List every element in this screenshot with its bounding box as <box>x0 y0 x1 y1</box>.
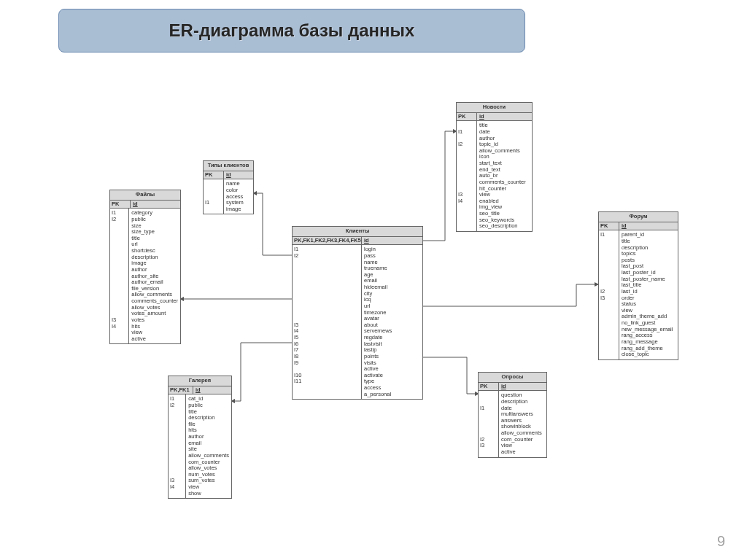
pk-label: PK,FK1 <box>169 386 193 394</box>
key-cell <box>112 286 127 292</box>
key-cell <box>294 278 360 284</box>
key-cell: I2 <box>170 402 184 409</box>
field-column: cat_idpublictitledescriptionfilehitsauth… <box>186 394 231 498</box>
key-cell <box>458 160 475 167</box>
key-cell <box>600 327 617 333</box>
key-cell <box>170 453 184 459</box>
diagram-canvas: Файлы PK id I1I2 I3I4 categorypublicsize… <box>0 88 747 540</box>
key-cell <box>600 314 617 320</box>
key-cell <box>112 254 127 261</box>
key-cell <box>600 251 617 257</box>
key-cell: I1 <box>600 232 617 238</box>
key-cell <box>480 424 497 430</box>
key-cell: I3 <box>600 295 617 302</box>
key-cell <box>112 260 127 267</box>
key-cell <box>600 320 617 327</box>
field-cell: close_topic <box>622 351 676 358</box>
pk-label: PK <box>457 113 477 121</box>
pk-label: PK <box>479 383 499 391</box>
key-cell <box>458 211 475 217</box>
field-cell: hideemail <box>364 284 420 291</box>
key-cell: I3 <box>294 322 360 329</box>
key-cell: I4 <box>294 328 360 335</box>
key-cell: I2 <box>458 141 475 148</box>
key-cell: I4 <box>112 324 127 330</box>
key-column: I1 I2 I3I4 <box>457 121 477 231</box>
key-cell <box>458 167 475 174</box>
pk-field: id <box>224 171 253 179</box>
key-cell <box>112 292 127 298</box>
key-cell: I4 <box>458 198 475 205</box>
pk-field: id <box>193 386 231 394</box>
field-column: titledateauthortopic_idallow_commentsico… <box>477 121 532 231</box>
field-column: parent_idtitledescriptiontopicspostslast… <box>619 230 678 359</box>
key-cell <box>170 465 184 472</box>
key-cell <box>170 421 184 428</box>
key-cell: I1 <box>480 405 497 412</box>
pk-field: id <box>619 222 678 230</box>
key-cell <box>600 245 617 252</box>
field-cell: image <box>226 206 251 213</box>
key-cell <box>480 411 497 418</box>
key-cell <box>170 409 184 416</box>
field-cell: seo_description <box>479 223 530 230</box>
pk-label: PK <box>599 222 619 230</box>
key-cell <box>458 148 475 155</box>
title-bar: ER-диаграмма базы данных <box>58 9 525 52</box>
key-cell <box>480 449 497 456</box>
key-cell <box>294 366 360 373</box>
key-cell <box>112 248 127 254</box>
field-column: loginpassnametruenameageemailhideemailci… <box>362 245 422 399</box>
key-cell <box>458 204 475 211</box>
entity-title: Файлы <box>110 190 180 201</box>
key-cell <box>600 351 617 358</box>
key-cell <box>294 303 360 310</box>
field-cell: active <box>501 449 544 456</box>
field-cell: icq <box>364 297 420 303</box>
key-cell <box>112 330 127 336</box>
entity-news: Новости PK id I1 I2 I3I4 titledateauthor… <box>456 102 533 232</box>
entity-title: Форум <box>599 212 678 222</box>
pk-label: PK <box>204 171 224 179</box>
key-column: I1 <box>204 179 224 214</box>
key-cell: I11 <box>294 378 360 385</box>
key-cell <box>600 339 617 346</box>
key-cell <box>294 260 360 266</box>
field-cell: city <box>364 291 420 298</box>
key-cell <box>170 440 184 447</box>
entity-clients: Клиенты PK,FK1,FK2,FK3,FK4,FK5 id I1I2 I… <box>292 226 423 400</box>
entity-title: Опросы <box>479 373 546 383</box>
field-cell: show <box>188 491 229 497</box>
key-column: I1 I2I3 <box>479 391 499 456</box>
entity-client-types: Типы клиентов PK id I1 namecoloraccesssy… <box>203 160 254 214</box>
key-cell <box>112 223 127 230</box>
key-cell <box>112 298 127 305</box>
key-cell <box>458 179 475 186</box>
key-cell <box>294 291 360 298</box>
key-cell: I1 <box>458 129 475 136</box>
key-cell <box>458 154 475 160</box>
key-cell <box>112 236 127 242</box>
key-cell: I5 <box>294 335 360 341</box>
key-cell <box>112 267 127 273</box>
key-cell: I4 <box>170 484 184 491</box>
key-cell <box>205 187 222 194</box>
field-cell: title <box>131 236 178 242</box>
key-cell <box>294 392 360 398</box>
key-cell <box>600 308 617 314</box>
page-title: ER-диаграмма базы данных <box>169 20 415 41</box>
key-cell <box>170 459 184 466</box>
key-cell <box>170 415 184 421</box>
key-cell: I6 <box>294 341 360 348</box>
key-cell <box>600 238 617 245</box>
key-cell <box>600 270 617 276</box>
key-cell: I2 <box>112 217 127 223</box>
key-cell <box>600 346 617 352</box>
pk-label: PK,FK1,FK2,FK3,FK4,FK5 <box>293 237 362 245</box>
key-cell <box>600 332 617 339</box>
key-cell <box>458 223 475 230</box>
entity-files: Файлы PK id I1I2 I3I4 categorypublicsize… <box>109 190 181 344</box>
pk-field: id <box>477 113 532 121</box>
key-cell: I2 <box>294 253 360 260</box>
pk-field: id <box>362 237 422 245</box>
